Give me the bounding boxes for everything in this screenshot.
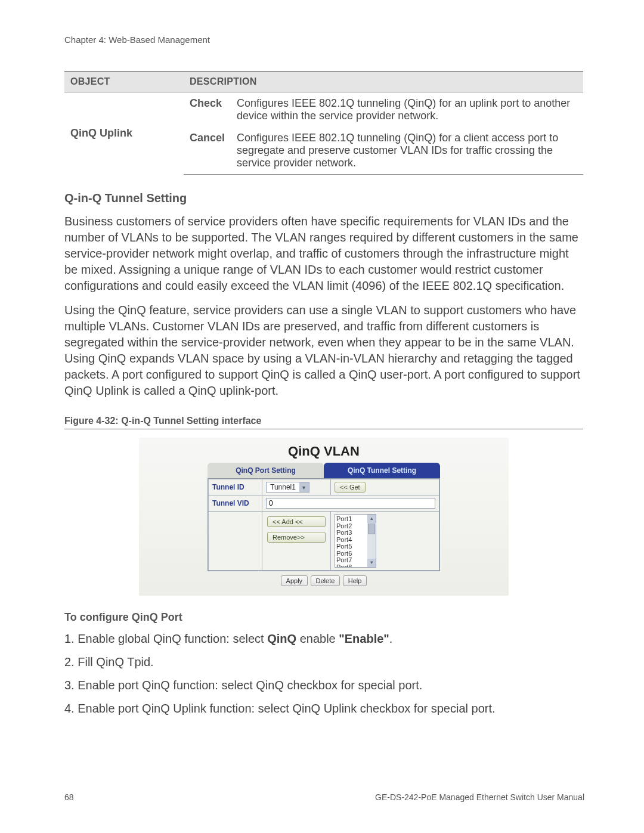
col-header-description: DESCRIPTION — [184, 72, 583, 92]
object-description-table: OBJECT DESCRIPTION QinQ Uplink Check Con… — [64, 72, 583, 175]
tunnel-id-value: Tunnel1 — [267, 483, 299, 491]
scroll-up-icon[interactable]: ▴ — [367, 515, 376, 523]
available-ports-list[interactable]: Port1 Port2 Port3 Port4 Port5 Port6 Port… — [335, 514, 376, 568]
step-2: 2. Fill QinQ Tpid. — [64, 654, 583, 670]
divider — [64, 429, 583, 429]
footer-manual-title: GE-DS-242-PoE Managed Ethernet Switch Us… — [375, 792, 584, 802]
configure-steps: 1. Enable global QinQ function: select Q… — [64, 631, 583, 717]
section-heading: Q-in-Q Tunnel Setting — [64, 191, 583, 205]
step-4: 4. Enable port QinQ Uplink function: sel… — [64, 701, 583, 717]
delete-button[interactable]: Delete — [311, 575, 340, 586]
tunnel-id-select[interactable]: Tunnel1 ▾ — [266, 482, 309, 493]
chevron-down-icon: ▾ — [299, 482, 309, 492]
sub-action-check: Check — [184, 92, 231, 128]
desc-check: Configures IEEE 802.1Q tunneling (QinQ) … — [231, 92, 583, 128]
tab-bar: QinQ Port Setting QinQ Tunnel Setting — [145, 463, 503, 478]
help-button[interactable]: Help — [343, 575, 367, 586]
label-tunnel-id: Tunnel ID — [209, 479, 262, 496]
col-header-object: OBJECT — [64, 72, 184, 92]
chapter-header: Chapter 4: Web-Based Management — [64, 35, 583, 45]
scroll-down-icon[interactable]: ▾ — [367, 559, 376, 567]
section-paragraph-1: Business customers of service providers … — [64, 213, 583, 294]
scrollbar[interactable]: ▴ ▾ — [367, 515, 376, 567]
desc-cancel: Configures IEEE 802.1Q tunneling (QinQ) … — [231, 127, 583, 175]
sub-action-cancel: Cancel — [184, 127, 231, 175]
configure-heading: To configure QinQ Port — [64, 611, 583, 624]
add-button[interactable]: << Add << — [267, 516, 326, 527]
tunnel-vid-input[interactable] — [266, 498, 435, 509]
step-1: 1. Enable global QinQ function: select Q… — [64, 631, 583, 647]
scroll-thumb[interactable] — [368, 524, 375, 534]
figure-caption: Figure 4-32: Q-in-Q Tunnel Setting inter… — [64, 416, 583, 426]
page-number: 68 — [64, 792, 74, 802]
tunnel-setting-form: Tunnel ID Tunnel1 ▾ << Get Tunnel VID — [208, 478, 440, 571]
section-paragraph-2: Using the QinQ feature, service provider… — [64, 302, 583, 399]
tab-qinq-tunnel-setting[interactable]: QinQ Tunnel Setting — [324, 463, 440, 478]
label-tunnel-vid: Tunnel VID — [209, 496, 262, 512]
apply-button[interactable]: Apply — [281, 575, 308, 586]
remove-button[interactable]: Remove>> — [267, 532, 326, 543]
selected-ports-list[interactable] — [209, 512, 262, 571]
object-name: QinQ Uplink — [64, 92, 184, 175]
step-3: 3. Enable port QinQ function: select Qin… — [64, 677, 583, 693]
panel-title: QinQ VLAN — [145, 444, 503, 459]
tab-qinq-port-setting[interactable]: QinQ Port Setting — [208, 463, 324, 478]
qinq-vlan-panel: QinQ VLAN QinQ Port Setting QinQ Tunnel … — [139, 438, 509, 596]
get-button[interactable]: << Get — [335, 482, 366, 493]
